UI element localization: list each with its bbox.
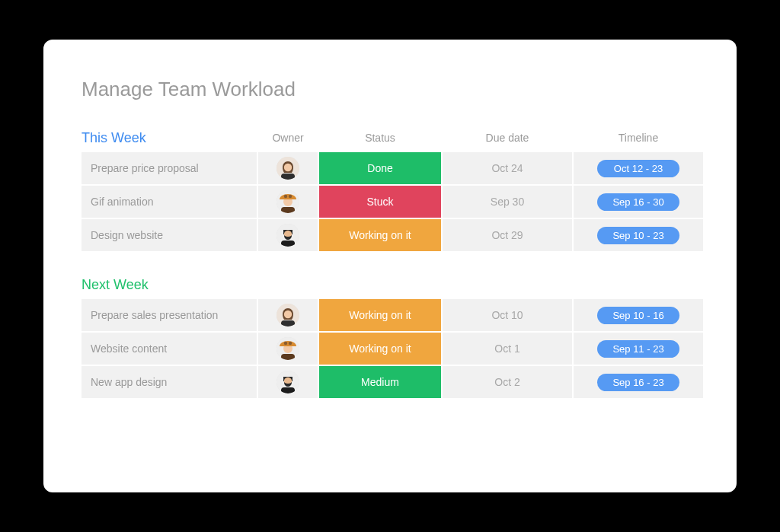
svg-rect-21: [281, 387, 295, 393]
due-date[interactable]: Oct 2: [443, 366, 572, 398]
svg-rect-13: [281, 320, 295, 327]
svg-rect-18: [281, 354, 295, 360]
status-cell[interactable]: Working on it: [319, 299, 441, 331]
timeline-cell[interactable]: Sep 11 - 23: [574, 333, 703, 365]
timeline-cell[interactable]: Oct 12 - 23: [574, 152, 703, 184]
page-title: Manage Team Workload: [82, 78, 698, 101]
svg-point-16: [284, 342, 287, 345]
timeline-cell[interactable]: Sep 10 - 16: [574, 299, 703, 331]
section-title-next-week: Next Week: [82, 274, 257, 299]
timeline-cell[interactable]: Sep 16 - 23: [574, 366, 703, 398]
status-cell[interactable]: Medium: [319, 366, 441, 398]
owner-cell[interactable]: [258, 219, 318, 251]
svg-point-12: [284, 311, 292, 318]
status-cell[interactable]: Working on it: [319, 333, 441, 365]
task-name[interactable]: Prepare price proposal: [82, 152, 257, 184]
timeline-pill: Sep 11 - 23: [597, 340, 679, 358]
svg-rect-7: [281, 207, 295, 213]
svg-rect-2: [281, 174, 295, 180]
task-name[interactable]: New app design: [82, 366, 257, 398]
status-cell[interactable]: Done: [319, 152, 441, 184]
avatar: [277, 304, 299, 327]
due-date[interactable]: Sep 30: [443, 186, 572, 218]
avatar: [277, 157, 299, 180]
workload-card: Manage Team Workload This Week Owner Sta…: [43, 40, 737, 492]
section-this-week: This Week Owner Status Due date Timeline…: [82, 127, 698, 253]
due-date[interactable]: Oct 1: [443, 333, 572, 365]
svg-point-1: [284, 164, 292, 171]
status-cell[interactable]: Stuck: [319, 186, 441, 218]
timeline-pill: Sep 10 - 23: [597, 227, 679, 244]
section-title-this-week: This Week: [82, 127, 257, 152]
svg-point-17: [289, 342, 292, 345]
avatar: [277, 337, 299, 360]
owner-cell[interactable]: [258, 366, 318, 398]
timeline-pill: Sep 16 - 23: [597, 374, 679, 391]
task-name[interactable]: Design website: [82, 219, 257, 251]
owner-cell[interactable]: [258, 186, 318, 218]
avatar: [277, 371, 299, 393]
section-next-week: Next Week Prepare sales presentation Wor…: [82, 274, 698, 400]
col-head-status: Status: [319, 127, 441, 152]
task-name[interactable]: Prepare sales presentation: [82, 299, 257, 331]
svg-point-5: [284, 195, 287, 198]
svg-rect-10: [281, 241, 295, 247]
col-head-timeline: Timeline: [574, 127, 703, 152]
due-date[interactable]: Oct 24: [443, 152, 572, 184]
due-date[interactable]: Oct 29: [443, 219, 572, 251]
col-head-due: Due date: [443, 127, 572, 152]
task-name[interactable]: Gif animation: [82, 186, 257, 218]
timeline-pill: Oct 12 - 23: [597, 160, 679, 177]
col-head-owner: Owner: [258, 127, 318, 152]
owner-cell[interactable]: [258, 333, 318, 365]
avatar: [277, 190, 299, 213]
timeline-cell[interactable]: Sep 16 - 30: [574, 186, 703, 218]
task-name[interactable]: Website content: [82, 333, 257, 365]
owner-cell[interactable]: [258, 152, 318, 184]
timeline-pill: Sep 10 - 16: [597, 307, 679, 324]
avatar: [277, 224, 299, 247]
owner-cell[interactable]: [258, 299, 318, 331]
svg-point-6: [289, 195, 292, 198]
timeline-cell[interactable]: Sep 10 - 23: [574, 219, 703, 251]
status-cell[interactable]: Working on it: [319, 219, 441, 251]
due-date[interactable]: Oct 10: [443, 299, 572, 331]
timeline-pill: Sep 16 - 30: [597, 193, 679, 211]
